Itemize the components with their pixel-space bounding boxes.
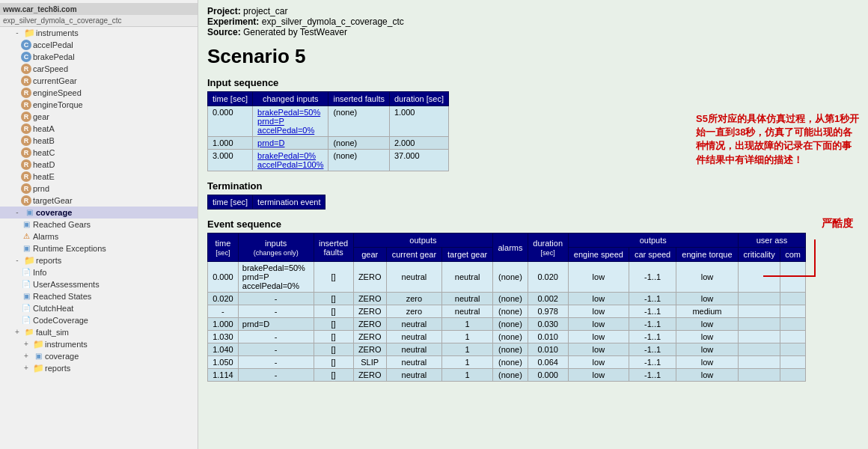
cell-time: 0.000 (208, 106, 253, 137)
input-link[interactable]: prnd=P (242, 272, 269, 281)
evt-col-outputs2-header: outputs (568, 233, 738, 248)
r-icon: R (21, 135, 31, 146)
input-link[interactable]: accelPedal=0% (242, 281, 299, 290)
folder-cov-icon: ▣ (24, 207, 34, 218)
sidebar-item-reports[interactable]: - 📁 reports (0, 254, 198, 266)
input-link[interactable]: prnd=D (242, 320, 269, 329)
sidebar-item-reached-states[interactable]: ▣ Reached States (0, 290, 198, 302)
sidebar-item-heatC[interactable]: R heatC (0, 147, 198, 159)
evt-col-time: time[sec] (208, 233, 239, 262)
cell-inputs: brakePedal=50%prnd=PaccelPedal=0% (238, 262, 314, 293)
sidebar-item-label: Info (33, 268, 46, 277)
folder-icon: 📁 (33, 339, 43, 349)
sidebar-item-coverage[interactable]: - ▣ coverage (0, 207, 198, 219)
evt-subcol-criticality: criticality (738, 248, 780, 262)
sidebar-item-label: coverage (45, 352, 79, 361)
sidebar-item-targetGear[interactable]: R targetGear (0, 195, 198, 207)
input-link[interactable]: prnd=D (257, 138, 284, 147)
sidebar-item-engineSpeed[interactable]: R engineSpeed (0, 87, 198, 99)
termination-table: time [sec] termination event (207, 195, 326, 210)
input-link[interactable]: brakePedal=0% (257, 151, 316, 160)
table-row: 1.030-[]ZEROneutral1(none)0.010low-1..1l… (208, 331, 806, 343)
cov-item-icon: ▣ (21, 219, 31, 230)
sidebar-item-carSpeed[interactable]: R carSpeed (0, 63, 198, 75)
r-icon: R (21, 88, 31, 98)
sidebar-header: www.car_tech8i.com (0, 3, 198, 15)
scenario-title: Scenario 5 (207, 45, 859, 68)
sidebar-item-currentGear[interactable]: R currentGear (0, 75, 198, 87)
cell-duration: 1.000 (389, 106, 448, 137)
sidebar-item-code-coverage[interactable]: 📄 CodeCoverage (0, 314, 198, 326)
sidebar-item-fault-sim[interactable]: + 📁 fault_sim (0, 326, 198, 338)
sidebar-item-heatA[interactable]: R heatA (0, 123, 198, 135)
termination-title: Termination (207, 180, 859, 192)
input-link[interactable]: prnd=P (257, 117, 284, 126)
sidebar-item-label: Reached Gears (33, 220, 91, 229)
sidebar-item-label: heatE (33, 172, 55, 181)
input-link[interactable]: brakePedal=50% (257, 108, 320, 117)
input-sequence-table: time [sec] changed inputs inserted fault… (207, 91, 449, 171)
sidebar-item-label: gear (33, 112, 49, 121)
cell-duration: 0.020 (528, 262, 568, 293)
table-row: 0.000 brakePedal=50%prnd=PaccelPedal=0% … (208, 262, 806, 293)
evt-subcol-car-speed: car speed (629, 248, 676, 262)
sidebar-item-label: carSpeed (33, 64, 68, 73)
sidebar-item-label: prnd (33, 184, 49, 193)
sidebar-item-prnd[interactable]: R prnd (0, 183, 198, 195)
sidebar-item-engineTorque[interactable]: R engineTorque (0, 99, 198, 111)
experiment-value: exp_silver_dymola_c_coverage_ctc (262, 16, 404, 27)
main-content: Project: project_car Experiment: exp_sil… (198, 0, 868, 449)
annotation-text: S5所对应的具体仿真过程，从第1秒开始一直到38秒，仿真了可能出现的各种情况，出… (696, 112, 861, 167)
sidebar-item-heatE[interactable]: R heatE (0, 171, 198, 183)
sidebar-item-alarms[interactable]: ⚠ Alarms (0, 230, 198, 242)
expand-icon: + (21, 339, 31, 349)
cell-faults: (none) (328, 137, 389, 150)
cell-faults: (none) (328, 150, 389, 171)
sidebar-item-label: Runtime Exceptions (33, 244, 106, 253)
cell-duration: 2.000 (389, 137, 448, 150)
sidebar-item-heatB[interactable]: R heatB (0, 135, 198, 147)
cell-engine-speed: low (568, 262, 629, 293)
table-row: 1.000 prnd=D (none) 2.000 (208, 137, 449, 150)
cell-inputs: brakePedal=50%prnd=PaccelPedal=0% (253, 106, 328, 137)
table-row: 1.000prnd=D[]ZEROneutral1(none)0.030low-… (208, 318, 806, 331)
sidebar-item-info[interactable]: 📄 Info (0, 266, 198, 278)
sidebar-item-fs-coverage[interactable]: + ▣ coverage (0, 350, 198, 362)
sidebar-item-clutch-heat[interactable]: 📄 ClutchHeat (0, 302, 198, 314)
sidebar-item-fs-reports[interactable]: + 📁 reports (0, 362, 198, 374)
sidebar-item-fs-instruments[interactable]: + 📁 instruments (0, 338, 198, 350)
table-row: 1.114-[]ZEROneutral1(none)0.000low-1..1l… (208, 369, 806, 382)
experiment-label: Experiment: (207, 16, 259, 27)
sidebar-item-label: targetGear (33, 196, 73, 205)
evt-subcol-engine-speed: engine speed (568, 248, 629, 262)
sidebar-item-brakePedal[interactable]: C brakePedal (0, 51, 198, 63)
sidebar-item-accelPedal[interactable]: C accelPedal (0, 39, 198, 51)
alarm-icon: ⚠ (21, 231, 31, 242)
sidebar-item-label: heatC (33, 148, 55, 157)
folder-cov-icon2: ▣ (33, 351, 43, 361)
sidebar-item-runtime-exc[interactable]: ▣ Runtime Exceptions (0, 242, 198, 254)
sidebar-item-user-assessments[interactable]: 📄 UserAssessments (0, 278, 198, 290)
sidebar-item-label: coverage (36, 208, 72, 217)
cell-time: 1.000 (208, 137, 253, 150)
r-icon: R (21, 64, 31, 74)
input-link[interactable]: accelPedal=0% (257, 126, 314, 135)
cell-faults: (none) (328, 106, 389, 137)
sidebar-item-heatD[interactable]: R heatD (0, 159, 198, 171)
evt-subcol-comment: com (780, 248, 806, 262)
sidebar-item-label: engineTorque (33, 100, 83, 109)
sidebar-item-gear[interactable]: R gear (0, 111, 198, 123)
input-link[interactable]: accelPedal=100% (257, 160, 323, 169)
sidebar-item-label: heatB (33, 136, 55, 145)
r-icon: R (21, 195, 31, 206)
expand-icon: - (12, 28, 22, 38)
input-link[interactable]: brakePedal=50% (242, 263, 305, 272)
sidebar-item-instruments[interactable]: - 📁 instruments (0, 27, 198, 39)
cell-time: 3.000 (208, 150, 253, 171)
sidebar-item-label: currentGear (33, 76, 77, 85)
col-time: time [sec] (208, 195, 253, 210)
cell-criticality (738, 262, 780, 293)
expand-icon: + (21, 351, 31, 361)
doc-icon: 📄 (21, 279, 31, 290)
sidebar-item-reached-gears[interactable]: ▣ Reached Gears (0, 219, 198, 230)
